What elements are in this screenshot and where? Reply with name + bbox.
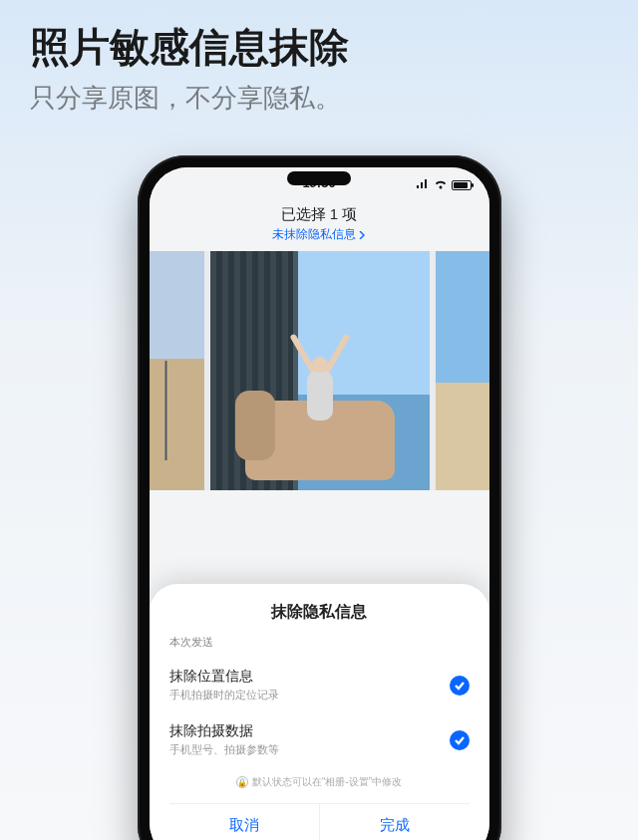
appbar-title: 已选择 1 项 [150,205,489,224]
page-title: 照片敏感信息抹除 [0,0,638,81]
row-desc: 手机拍摄时的定位记录 [169,688,279,702]
sheet-hint-text: 默认状态可以在“相册-设置”中修改 [252,775,402,789]
signal-icon [416,177,430,192]
photo-gallery[interactable] [150,251,489,490]
photo-thumb[interactable] [436,251,489,490]
sheet-section-label: 本次发送 [169,635,470,650]
check-icon[interactable] [450,676,470,696]
privacy-status-label: 未抹除隐私信息 [272,226,356,243]
photo-thumb-selected[interactable] [210,251,430,490]
sheet-hint: 🔒 默认状态可以在“相册-设置”中修改 [169,775,470,789]
cancel-button[interactable]: 取消 [169,804,319,840]
camera-cutout [287,171,351,185]
wifi-icon [434,177,448,192]
sheet-title: 抹除隐私信息 [169,602,470,623]
privacy-status-link[interactable]: 未抹除隐私信息 [272,226,366,243]
photo-thumb[interactable] [150,251,204,490]
row-desc: 手机型号、拍摄参数等 [169,742,279,757]
battery-icon [452,180,472,190]
row-title: 抹除拍摄数据 [169,722,279,740]
row-title: 抹除位置信息 [169,668,279,686]
appbar: 已选择 1 项 未抹除隐私信息 [150,201,489,251]
phone-screen: 19:30 已选择 1 项 未抹除隐私信息 [150,167,489,840]
phone-frame: 19:30 已选择 1 项 未抹除隐私信息 [138,155,501,840]
check-icon[interactable] [450,730,470,750]
page-subtitle: 只分享原图，不分享隐私。 [0,81,638,116]
done-button[interactable]: 完成 [320,804,470,840]
row-erase-location[interactable]: 抹除位置信息 手机拍摄时的定位记录 [169,658,470,712]
chevron-right-icon [358,231,366,239]
lock-icon: 🔒 [236,776,248,788]
privacy-sheet: 抹除隐私信息 本次发送 抹除位置信息 手机拍摄时的定位记录 抹除拍摄数据 手机型… [150,584,489,840]
row-erase-shot-data[interactable]: 抹除拍摄数据 手机型号、拍摄参数等 [169,712,470,767]
